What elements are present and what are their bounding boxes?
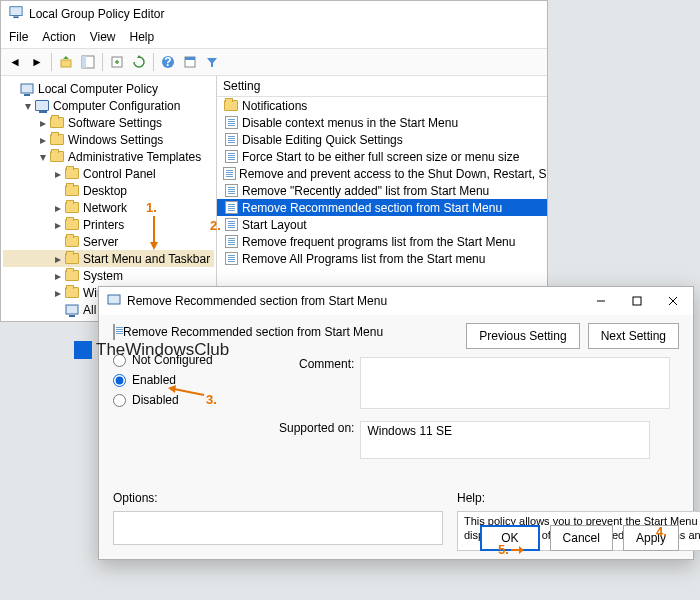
twisty-icon[interactable]: ▸ bbox=[52, 218, 64, 232]
back-icon[interactable]: ◄ bbox=[5, 52, 25, 72]
list-item[interactable]: Remove All Programs list from the Start … bbox=[217, 250, 547, 267]
tree-item[interactable]: ▸Start Menu and Taskbar bbox=[3, 250, 214, 267]
list-item[interactable]: Remove frequent programs list from the S… bbox=[217, 233, 547, 250]
list-item-label: Remove frequent programs list from the S… bbox=[242, 235, 515, 249]
tree-item-label: Desktop bbox=[83, 184, 127, 198]
list-item[interactable]: Disable Editing Quick Settings bbox=[217, 131, 547, 148]
tree-item[interactable]: Server bbox=[3, 233, 214, 250]
comment-field[interactable] bbox=[360, 357, 670, 409]
policy-icon bbox=[223, 133, 239, 146]
tree-item-label: Network bbox=[83, 201, 127, 215]
tree-item-label: System bbox=[83, 269, 123, 283]
next-setting-button[interactable]: Next Setting bbox=[588, 323, 679, 349]
twisty-icon[interactable]: ▸ bbox=[52, 167, 64, 181]
policy-icon bbox=[223, 218, 239, 231]
policy-heading-text: Remove Recommended section from Start Me… bbox=[123, 325, 383, 339]
tree-item-label: Software Settings bbox=[68, 116, 162, 130]
tree-item[interactable]: ▸Control Panel bbox=[3, 165, 214, 182]
tree-item[interactable]: ▸Printers bbox=[3, 216, 214, 233]
up-icon[interactable] bbox=[56, 52, 76, 72]
twisty-icon[interactable]: ▸ bbox=[52, 201, 64, 215]
policy-icon bbox=[113, 325, 115, 339]
twisty-icon[interactable]: ▾ bbox=[22, 99, 34, 113]
twisty-icon[interactable]: ▸ bbox=[52, 269, 64, 283]
menu-action[interactable]: Action bbox=[42, 30, 75, 44]
filter-icon[interactable] bbox=[202, 52, 222, 72]
tree-item[interactable]: ▾Computer Configuration bbox=[3, 97, 214, 114]
tree-item[interactable]: ▸Windows Settings bbox=[3, 131, 214, 148]
list-item[interactable]: Start Layout bbox=[217, 216, 547, 233]
list-item[interactable]: Remove "Recently added" list from Start … bbox=[217, 182, 547, 199]
tree-item[interactable]: ▸Software Settings bbox=[3, 114, 214, 131]
svg-rect-12 bbox=[66, 305, 78, 314]
dialog-titlebar[interactable]: Remove Recommended section from Start Me… bbox=[99, 287, 693, 315]
policy-icon bbox=[223, 235, 239, 248]
tree-item[interactable]: ▾Administrative Templates bbox=[3, 148, 214, 165]
svg-rect-4 bbox=[82, 56, 86, 68]
previous-setting-button[interactable]: Previous Setting bbox=[466, 323, 579, 349]
tree-item-label: Local Computer Policy bbox=[38, 82, 158, 96]
menu-help[interactable]: Help bbox=[130, 30, 155, 44]
folder-icon bbox=[64, 202, 80, 213]
svg-rect-9 bbox=[185, 57, 195, 60]
list-header[interactable]: Setting bbox=[217, 76, 547, 97]
ok-button[interactable]: OK bbox=[480, 525, 539, 551]
refresh-icon[interactable] bbox=[129, 52, 149, 72]
separator bbox=[102, 53, 103, 71]
close-icon[interactable] bbox=[655, 288, 691, 314]
twisty-icon[interactable]: ▸ bbox=[52, 286, 64, 300]
svg-rect-2 bbox=[61, 60, 71, 67]
supported-field: Windows 11 SE bbox=[360, 421, 650, 459]
minimize-icon[interactable] bbox=[583, 288, 619, 314]
separator bbox=[153, 53, 154, 71]
list-item[interactable]: Remove Recommended section from Start Me… bbox=[217, 199, 547, 216]
show-hide-tree-icon[interactable] bbox=[78, 52, 98, 72]
maximize-icon[interactable] bbox=[619, 288, 655, 314]
toolbar: ◄ ► ? bbox=[1, 48, 547, 76]
window-titlebar: Local Group Policy Editor bbox=[1, 1, 547, 26]
twisty-icon[interactable]: ▾ bbox=[37, 150, 49, 164]
help-icon[interactable]: ? bbox=[158, 52, 178, 72]
forward-icon[interactable]: ► bbox=[27, 52, 47, 72]
folder-icon bbox=[64, 270, 80, 281]
watermark-icon bbox=[74, 341, 92, 359]
tree-item-label: Computer Configuration bbox=[53, 99, 180, 113]
tree-item[interactable]: Local Computer Policy bbox=[3, 80, 214, 97]
list-item-label: Start Layout bbox=[242, 218, 307, 232]
export-icon[interactable] bbox=[107, 52, 127, 72]
menu-file[interactable]: File bbox=[9, 30, 28, 44]
tree-item[interactable]: Desktop bbox=[3, 182, 214, 199]
list-item[interactable]: Force Start to be either full screen siz… bbox=[217, 148, 547, 165]
dialog-icon bbox=[107, 293, 121, 310]
list-item-label: Notifications bbox=[242, 99, 307, 113]
twisty-icon[interactable]: ▸ bbox=[37, 116, 49, 130]
apply-button[interactable]: Apply bbox=[623, 525, 679, 551]
folder-icon bbox=[49, 151, 65, 162]
comment-label: Comment: bbox=[299, 357, 354, 371]
list-item[interactable]: Remove and prevent access to the Shut Do… bbox=[217, 165, 547, 182]
computer-icon bbox=[34, 100, 50, 111]
settings-list[interactable]: NotificationsDisable context menus in th… bbox=[217, 97, 547, 267]
options-label: Options: bbox=[113, 491, 158, 505]
folder-icon bbox=[49, 134, 65, 145]
tree-item[interactable]: ▸System bbox=[3, 267, 214, 284]
list-item[interactable]: Notifications bbox=[217, 97, 547, 114]
list-item-label: Remove All Programs list from the Start … bbox=[242, 252, 485, 266]
tree-item-label: Administrative Templates bbox=[68, 150, 201, 164]
folder-icon bbox=[49, 117, 65, 128]
twisty-icon[interactable]: ▸ bbox=[52, 252, 64, 266]
tree-item-label: Printers bbox=[83, 218, 124, 232]
svg-rect-13 bbox=[69, 315, 75, 317]
tree-item[interactable]: ▸Network bbox=[3, 199, 214, 216]
folder-icon bbox=[64, 219, 80, 230]
tree-item-label: Control Panel bbox=[83, 167, 156, 181]
twisty-icon[interactable]: ▸ bbox=[37, 133, 49, 147]
menu-view[interactable]: View bbox=[90, 30, 116, 44]
list-item[interactable]: Disable context menus in the Start Menu bbox=[217, 114, 547, 131]
gp-icon bbox=[19, 82, 35, 96]
svg-rect-1 bbox=[13, 16, 18, 18]
folder-icon bbox=[64, 168, 80, 179]
properties-icon[interactable] bbox=[180, 52, 200, 72]
policy-icon bbox=[223, 167, 236, 180]
cancel-button[interactable]: Cancel bbox=[550, 525, 613, 551]
